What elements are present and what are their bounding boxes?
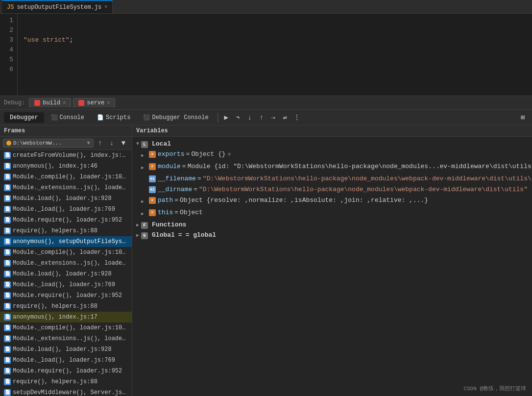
frame-item[interactable]: 📄Module._compile(), loader.js:1063 <box>0 172 132 182</box>
frame-item[interactable]: 📄Module.require(), loader.js:952 <box>0 366 132 376</box>
section-functions[interactable]: ▶ F Functions <box>132 220 532 230</box>
dirname-name: __dirname <box>158 185 192 195</box>
var-path[interactable]: ≡ path = Object {resolve: ,normalize: ,i… <box>132 195 532 207</box>
frame-text: setupDevMiddleware(), Server.js:203 <box>13 388 128 396</box>
var-filename[interactable]: 01 __filename = "D:\WebstormWorkStations… <box>132 173 532 184</box>
this-expand-icon[interactable] <box>141 208 149 219</box>
frame-selector[interactable]: D:\WebstormW... ▼ <box>3 139 94 148</box>
debug-tab-serve-close[interactable]: × <box>107 100 110 106</box>
path-value: Object {resolve: ,normalize: ,isAbsolute… <box>180 196 428 205</box>
frame-item[interactable]: 📄Module._compile(), loader.js:1063 <box>0 322 132 333</box>
debug-label: Debug: <box>4 99 25 106</box>
tab-debugger-console[interactable]: ⬛ Debugger Console <box>137 112 214 123</box>
debug-tab-serve[interactable]: serve × <box>73 98 115 107</box>
step-into-button[interactable]: ↓ <box>244 112 255 123</box>
local-section-icon: L <box>141 141 148 148</box>
frame-icon: 📄 <box>4 206 11 213</box>
frame-selector-label: D:\WebstormW... <box>13 140 62 146</box>
debug-stop-icon-serve <box>78 100 84 106</box>
frame-icon: 📄 <box>4 281 11 288</box>
frame-text: Module.load(), loader.js:928 <box>13 194 112 203</box>
debug-tab-build-close[interactable]: × <box>63 100 66 106</box>
variables-header: Variables <box>132 125 532 137</box>
frame-item[interactable]: 📄Module.load(), loader.js:928 <box>0 269 132 279</box>
global-expand-icon: ▶ <box>136 232 139 238</box>
exports-hash: # <box>228 149 231 159</box>
functions-expand-icon: ▶ <box>136 222 139 228</box>
this-name: this <box>158 208 173 218</box>
frame-icon: 📄 <box>4 346 11 353</box>
frame-item[interactable]: 📄Module.require(), loader.js:952 <box>0 290 132 301</box>
step-out-button[interactable]: ↑ <box>256 112 267 123</box>
frame-icon: 📄 <box>4 335 11 342</box>
frame-item[interactable]: 📄Module._load(), loader.js:769 <box>0 279 132 290</box>
frame-item[interactable]: 📄anonymous(), index.js:46 <box>0 161 132 172</box>
settings-button[interactable]: ⊞ <box>517 112 528 123</box>
functions-section-icon: F <box>141 222 148 229</box>
frame-text: Module.require(), loader.js:952 <box>13 291 122 300</box>
frame-item[interactable]: 📄Module.load(), loader.js:928 <box>0 344 132 355</box>
toolbar-separator <box>218 113 218 123</box>
frame-text: Module.require(), loader.js:952 <box>13 367 122 375</box>
frame-item[interactable]: 📄require(), helpers.js:88 <box>0 225 132 236</box>
frame-icon: 📄 <box>4 271 11 277</box>
exports-expand-icon[interactable] <box>141 149 149 161</box>
frame-text: require(), helpers.js:88 <box>13 377 97 386</box>
frame-item[interactable]: 📄require(), helpers.js:88 <box>0 376 132 387</box>
editor-tab[interactable]: JS setupOutputFileSystem.js × <box>2 0 113 13</box>
frame-text: Module._load(), loader.js:769 <box>13 205 115 214</box>
variables-title: Variables <box>136 127 168 134</box>
var-exports[interactable]: ≡ exports = Object {} # <box>132 149 532 161</box>
frames-up-button[interactable]: ↑ <box>95 138 105 148</box>
frame-icon: 📄 <box>4 227 11 234</box>
editor-area: 1 2 3 4 5 6 "use strict"; const path = r… <box>0 14 532 96</box>
module-expand-icon[interactable] <box>141 162 149 173</box>
frame-icon: 📄 <box>4 163 11 170</box>
resume-button[interactable]: ▶ <box>221 112 232 123</box>
frame-item[interactable]: 📄anonymous(), setupOutputFileSystem <box>0 236 132 247</box>
frame-icon: 📄 <box>4 368 11 374</box>
evaluate-button[interactable]: ⇌ <box>280 112 290 123</box>
var-this[interactable]: ≡ this = Object <box>132 207 532 220</box>
variables-list[interactable]: ▼ L Local ≡ exports = Object {} # ≡ <box>132 137 532 396</box>
path-expand-icon[interactable] <box>141 196 149 207</box>
chevron-down-icon: ▼ <box>87 140 90 146</box>
module-icon: ≡ <box>149 163 156 170</box>
frame-item[interactable]: 📄Module._extensions..js(), loader.js:10 <box>0 333 132 344</box>
tab-close-button[interactable]: × <box>104 4 107 10</box>
section-local[interactable]: ▼ L Local <box>132 139 532 149</box>
step-over-button[interactable]: ↷ <box>233 112 243 123</box>
frame-item[interactable]: 📄Module._extensions..js(), loader.js:10 <box>0 258 132 269</box>
frame-item[interactable]: 📄Module._load(), loader.js:769 <box>0 355 132 366</box>
code-content[interactable]: "use strict"; const path = require("path… <box>18 14 532 96</box>
frames-list[interactable]: 📄createFsFromVolume(), index.js:43📄anony… <box>0 150 132 396</box>
debug-tab-build[interactable]: build × <box>29 98 71 107</box>
frame-icon: 📄 <box>4 195 11 202</box>
frame-item[interactable]: 📄Module._compile(), loader.js:1063 <box>0 247 132 258</box>
tab-scripts[interactable]: 📄 Scripts <box>91 112 136 123</box>
frame-text: anonymous(), index.js:17 <box>13 313 97 322</box>
debugger-main: Frames D:\WebstormW... ▼ ↑ ↓ ▼ 📄createFs… <box>0 125 532 396</box>
frame-item[interactable]: 📄setupDevMiddleware(), Server.js:203 <box>0 387 132 396</box>
frame-item[interactable]: 📄Module._load(), loader.js:769 <box>0 204 132 215</box>
frame-item[interactable]: 📄Module.load(), loader.js:928 <box>0 193 132 204</box>
run-to-cursor-button[interactable]: ⇢ <box>268 112 279 123</box>
frame-item[interactable]: 📄require(), helpers.js:88 <box>0 301 132 312</box>
frames-filter-button[interactable]: ▼ <box>118 138 129 148</box>
tab-console[interactable]: ⬛ Console <box>45 112 90 123</box>
frames-panel: Frames D:\WebstormW... ▼ ↑ ↓ ▼ 📄createFs… <box>0 125 132 396</box>
tab-debugger[interactable]: Debugger <box>4 112 44 123</box>
frame-text: Module.require(), loader.js:952 <box>13 216 122 224</box>
frame-item[interactable]: 📄createFsFromVolume(), index.js:43 <box>0 150 132 161</box>
exports-name: exports <box>158 149 185 159</box>
variables-panel: Variables ▼ L Local ≡ exports = Object {… <box>132 125 532 396</box>
frame-item[interactable]: 📄Module.require(), loader.js:952 <box>0 215 132 225</box>
more-button[interactable]: ⋮ <box>291 112 302 123</box>
frame-item[interactable]: 📄anonymous(), index.js:17 <box>0 312 132 322</box>
section-global[interactable]: ▶ G Global = = global <box>132 230 532 240</box>
frame-item[interactable]: 📄Module._extensions..js(), loader.js:10 <box>0 182 132 193</box>
frames-down-button[interactable]: ↓ <box>106 138 117 148</box>
var-dirname[interactable]: 01 __dirname = "D:\WebstormWorkStations\… <box>132 184 532 195</box>
debug-stop-icon-build <box>34 100 40 106</box>
var-module[interactable]: ≡ module = Module {id: "D:\WebstormWorkS… <box>132 161 532 173</box>
